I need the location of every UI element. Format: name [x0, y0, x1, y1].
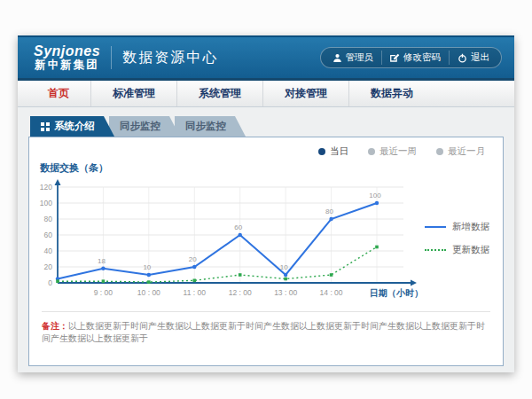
- data-point: [284, 278, 287, 281]
- change-password-label: 修改密码: [403, 51, 441, 64]
- tab-label: 同步监控: [185, 120, 226, 133]
- point-value-label: 100: [369, 192, 381, 200]
- header-divider: [111, 46, 112, 69]
- data-point: [101, 267, 105, 270]
- y-tick-label: 80: [44, 215, 53, 223]
- y-tick-label: 0: [48, 278, 52, 287]
- y-tick-label: 60: [44, 231, 53, 239]
- tab-label: 系统介绍: [54, 120, 95, 133]
- tab-label: 同步监控: [120, 120, 160, 133]
- legend-item-1: 更新数据: [425, 244, 489, 256]
- nav-item-2[interactable]: 系统管理: [176, 81, 262, 106]
- nav-item-1[interactable]: 标准管理: [90, 81, 176, 106]
- x-tick-label: 11 : 00: [184, 288, 207, 297]
- tab-2[interactable]: 同步监控: [175, 116, 246, 137]
- logo-text-en: Synjones: [34, 44, 100, 59]
- y-tick-label: 40: [44, 246, 53, 255]
- nav-item-0[interactable]: 首页: [27, 81, 90, 106]
- tab-bar: 系统介绍同步监控同步监控: [30, 116, 514, 137]
- x-tick-label: 12 : 00: [229, 288, 252, 297]
- nav-item-4[interactable]: 数据异动: [348, 81, 434, 106]
- time-range-option-0[interactable]: 当日: [318, 145, 348, 158]
- x-tick-label: 9 : 00: [94, 288, 113, 297]
- x-tick-label: 10 : 00: [137, 288, 160, 297]
- legend-label: 新增数据: [452, 221, 489, 233]
- app-window: Synjones 新中新集团 数据资源中心 管理员 修改密码 退出 首页标准管理…: [18, 35, 514, 372]
- grid-icon: [41, 122, 50, 131]
- company-logo: Synjones 新中新集团: [34, 44, 100, 71]
- header: Synjones 新中新集团 数据资源中心 管理员 修改密码 退出: [18, 35, 514, 78]
- line-chart: 0204060801001209 : 0010 : 0011 : 0012 : …: [33, 175, 425, 309]
- tab-0[interactable]: 系统介绍: [30, 116, 114, 137]
- nav-item-3[interactable]: 对接管理: [262, 81, 348, 106]
- y-tick-label: 100: [40, 199, 52, 207]
- radio-label: 最近一周: [379, 145, 417, 158]
- data-point: [284, 273, 287, 277]
- change-password-button[interactable]: 修改密码: [381, 51, 449, 65]
- y-tick-label: 120: [40, 183, 52, 192]
- data-point: [375, 201, 379, 205]
- x-tick-label: 14 : 00: [320, 288, 343, 297]
- legend-swatch-icon: [425, 226, 446, 228]
- x-tick-label: 13 : 00: [274, 288, 297, 297]
- page-title: 数据资源中心: [122, 49, 218, 67]
- data-point: [375, 246, 379, 249]
- legend-label: 更新数据: [452, 244, 489, 256]
- power-icon: [458, 53, 467, 63]
- x-axis-title: 日期（小时）: [370, 288, 423, 298]
- user-label: 管理员: [346, 51, 374, 64]
- radio-label: 最近一月: [448, 145, 485, 158]
- data-point: [56, 279, 59, 283]
- main-nav: 首页标准管理系统管理对接管理数据异动: [18, 78, 514, 107]
- data-point: [192, 265, 196, 269]
- user-menu-button[interactable]: 管理员: [325, 51, 382, 65]
- data-point: [102, 279, 106, 283]
- footnote: 备注：以上数据更新于时间产生数据以上数据更新于时间产生数据以上数据更新于时间产生…: [42, 311, 490, 345]
- time-range-option-2[interactable]: 最近一月: [436, 145, 485, 158]
- point-value-label: 10: [143, 263, 151, 271]
- footnote-prefix: 备注：: [42, 321, 68, 331]
- user-toolbar: 管理员 修改密码 退出: [320, 47, 503, 68]
- data-point: [147, 280, 151, 284]
- point-value-label: 60: [234, 223, 242, 231]
- chart-panel: 当日最近一周最近一月 数据交换（条） 0204060801001209 : 00…: [28, 137, 504, 366]
- data-point: [192, 279, 196, 283]
- y-tick-label: 20: [44, 262, 53, 271]
- edit-icon: [390, 53, 400, 63]
- logout-button[interactable]: 退出: [449, 51, 497, 65]
- legend-item-0: 新增数据: [425, 221, 489, 233]
- data-point: [329, 217, 332, 221]
- logo-text-cn: 新中新集团: [34, 59, 100, 71]
- tab-1[interactable]: 同步监控: [109, 116, 180, 137]
- radio-dot-icon: [436, 148, 443, 155]
- logout-label: 退出: [471, 51, 489, 64]
- point-value-label: 18: [98, 257, 106, 265]
- series-line-1: [58, 247, 377, 283]
- user-icon: [332, 53, 342, 63]
- content-area: 系统介绍同步监控同步监控 当日最近一周最近一月 数据交换（条） 02040608…: [18, 107, 514, 366]
- footnote-text: 以上数据更新于时间产生数据以上数据更新于时间产生数据以上数据更新于时间产生数据以…: [42, 321, 485, 343]
- point-value-label: 80: [325, 207, 333, 215]
- radio-dot-icon: [368, 148, 375, 155]
- data-point: [147, 273, 151, 277]
- data-point: [239, 233, 242, 237]
- radio-dot-icon: [318, 148, 325, 155]
- chart-row: 0204060801001209 : 0010 : 0011 : 0012 : …: [29, 175, 503, 309]
- legend-swatch-icon: [425, 249, 446, 251]
- chart-legend: 新增数据更新数据: [425, 221, 489, 309]
- y-axis-title: 数据交换（条）: [40, 161, 503, 175]
- time-range-option-1[interactable]: 最近一周: [368, 145, 417, 158]
- data-point: [239, 273, 242, 277]
- radio-label: 当日: [330, 145, 348, 158]
- time-range-filter: 当日最近一周最近一月: [29, 137, 503, 158]
- data-point: [330, 273, 333, 277]
- point-value-label: 10: [280, 263, 288, 271]
- point-value-label: 20: [189, 255, 197, 263]
